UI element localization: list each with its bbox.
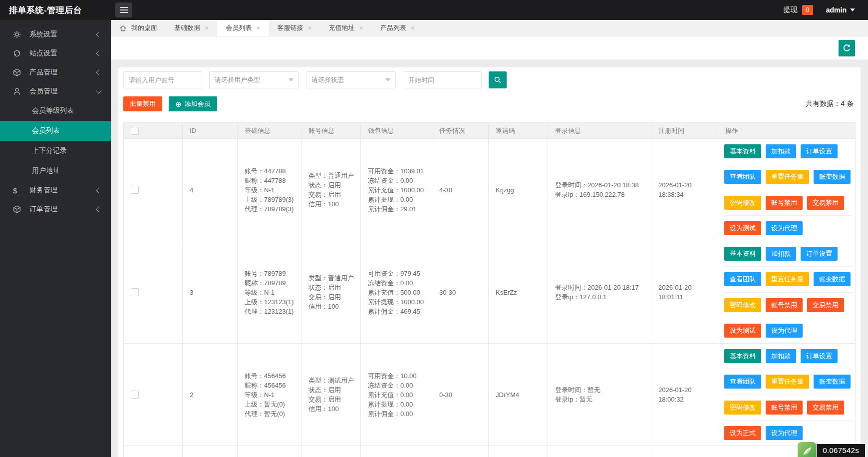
row-action-button[interactable]: 加扣款 xyxy=(766,247,796,261)
status-select[interactable]: 请选择状态 xyxy=(306,71,396,88)
table-row: 3账号：789789昵称：789789等级：N-1上级：123123(1)代理：… xyxy=(124,241,855,343)
cell-actions: 基本资料加扣款订单设置查看团队重置任务量账变数据密码修改账号禁用交易禁用设为测试… xyxy=(718,139,855,241)
cell-invite-code: Krjzgg xyxy=(489,139,548,241)
close-icon[interactable]: × xyxy=(359,24,363,31)
row-action-button[interactable]: 账号禁用 xyxy=(766,298,803,312)
row-action-button[interactable]: 基本资料 xyxy=(724,144,761,158)
cell-basic-info: 账号：447788昵称：447788等级：N-1上级：789789(3)代理：7… xyxy=(238,139,301,241)
row-action-button[interactable]: 订单设置 xyxy=(801,247,838,261)
cell-invite-code: KsErZz xyxy=(489,241,548,343)
account-search-input[interactable] xyxy=(123,71,202,88)
row-action-button[interactable]: 交易禁用 xyxy=(807,298,844,312)
row-action-button[interactable]: 账号禁用 xyxy=(766,401,803,415)
row-action-button[interactable]: 基本资料 xyxy=(724,247,761,261)
refresh-button[interactable] xyxy=(839,40,855,56)
row-action-button[interactable]: 查看团队 xyxy=(724,272,761,286)
row-action-button[interactable]: 加扣款 xyxy=(766,349,796,363)
sidebar-item[interactable]: 产品管理 xyxy=(0,63,111,82)
start-time-input[interactable] xyxy=(403,71,482,88)
username: admin xyxy=(826,6,847,14)
leaf-icon[interactable] xyxy=(798,442,816,457)
tab-label: 会员列表 xyxy=(226,23,252,32)
row-action-button[interactable]: 设为测试 xyxy=(724,324,761,338)
row-action-button[interactable]: 设为代理 xyxy=(766,426,803,440)
cell-id: 2 xyxy=(183,344,238,446)
withdraw-count-badge: 0 xyxy=(802,5,813,15)
add-member-button[interactable]: ⊕ 添加会员 xyxy=(169,96,217,111)
row-action-button[interactable]: 账变数据 xyxy=(814,272,851,286)
tab[interactable]: 我的桌面 xyxy=(111,20,166,36)
row-action-button[interactable]: 账号禁用 xyxy=(766,196,803,210)
row-action-button[interactable]: 查看团队 xyxy=(724,170,761,184)
row-action-button[interactable]: 查看团队 xyxy=(724,375,761,389)
row-action-button[interactable]: 重置任务量 xyxy=(766,272,809,286)
tab[interactable]: 客服链接× xyxy=(269,20,320,36)
sidebar-item[interactable]: 订单管理 xyxy=(0,200,111,219)
hamburger-menu-icon[interactable] xyxy=(115,2,132,17)
sidebar-item-label: 产品管理 xyxy=(29,68,57,77)
row-action-button[interactable]: 重置任务量 xyxy=(766,375,809,389)
top-header: 排单系统-管理后台 提现 0 admin xyxy=(0,0,868,20)
row-action-button[interactable]: 交易禁用 xyxy=(807,401,844,415)
row-action-button[interactable]: 交易禁用 xyxy=(807,196,844,210)
sidebar-item[interactable]: 系统设置 xyxy=(0,25,111,44)
row-action-button[interactable]: 设为代理 xyxy=(766,221,803,235)
sidebar-item-label: 会员管理 xyxy=(29,87,57,96)
row-checkbox[interactable] xyxy=(131,186,139,194)
cell-wallet-info xyxy=(361,446,432,457)
cell-actions: 基本资料加扣款订单设置查看团队重置任务量账变数据密码修改账号禁用交易禁用设为测试… xyxy=(718,241,855,343)
sidebar-subitem[interactable]: 用户地址 xyxy=(0,161,111,181)
product-icon xyxy=(13,68,22,76)
row-action-button[interactable]: 密码修改 xyxy=(724,401,761,415)
row-checkbox[interactable] xyxy=(131,288,139,296)
table-row: 4账号：447788昵称：447788等级：N-1上级：789789(3)代理：… xyxy=(124,138,855,241)
member-table: ID基础信息账号信息钱包信息任务情况邀请码登录信息注册时间操作4账号：44778… xyxy=(123,122,856,457)
close-icon[interactable]: × xyxy=(256,24,260,31)
chevron-left-icon xyxy=(96,69,101,75)
sidebar-subitem[interactable]: 上下分记录 xyxy=(0,141,111,161)
close-icon[interactable]: × xyxy=(205,24,209,31)
cell-register-time xyxy=(651,446,718,457)
table-header-row: ID基础信息账号信息钱包信息任务情况邀请码登录信息注册时间操作 xyxy=(124,123,855,138)
sidebar-subitem[interactable]: 会员列表 xyxy=(0,121,111,141)
tab[interactable]: 基础数据× xyxy=(166,20,217,36)
row-action-button[interactable]: 基本资料 xyxy=(724,349,761,363)
row-action-button[interactable]: 账变数据 xyxy=(814,375,851,389)
row-action-button[interactable]: 加扣款 xyxy=(766,144,796,158)
tab[interactable]: 充值地址× xyxy=(320,20,372,36)
batch-disable-button[interactable]: 批量禁用 xyxy=(123,96,162,111)
tab[interactable]: 产品列表× xyxy=(372,20,423,36)
row-action-button[interactable]: 订单设置 xyxy=(801,144,838,158)
cell-invite-code xyxy=(489,446,548,457)
tab[interactable]: 会员列表× xyxy=(217,20,269,36)
row-action-button[interactable]: 设为正式 xyxy=(724,426,761,440)
sidebar-item[interactable]: 站点设置 xyxy=(0,44,111,63)
row-action-button[interactable]: 密码修改 xyxy=(724,196,761,210)
chevron-down-icon xyxy=(96,88,101,93)
total-count-text: 共有数据：4 条 xyxy=(806,99,856,108)
row-action-button[interactable]: 设为代理 xyxy=(766,324,803,338)
search-button[interactable] xyxy=(489,71,507,88)
row-action-button[interactable]: 设为测试 xyxy=(724,221,761,235)
row-checkbox[interactable] xyxy=(131,391,139,399)
chevron-left-icon xyxy=(96,206,101,212)
cell-login-info: 登录时间：2026-01-20 18:38登录ip：169.150.222.78 xyxy=(548,139,651,241)
row-action-button[interactable]: 订单设置 xyxy=(801,349,838,363)
tab-bar: 我的桌面基础数据×会员列表×客服链接×充值地址×产品列表× xyxy=(111,20,868,36)
close-icon[interactable]: × xyxy=(307,24,311,31)
row-action-button[interactable]: 账变数据 xyxy=(814,170,851,184)
cell-account-info xyxy=(301,446,361,457)
user-menu[interactable]: admin xyxy=(826,6,855,14)
sidebar-item[interactable]: 会员管理 xyxy=(0,82,111,101)
sidebar-item[interactable]: $财务管理 xyxy=(0,181,111,200)
row-action-button[interactable]: 密码修改 xyxy=(724,298,761,312)
close-icon[interactable]: × xyxy=(411,24,415,31)
cell-register-time: 2026-01-20 18:01:11 xyxy=(651,241,718,343)
column-header: 钱包信息 xyxy=(361,123,432,138)
row-action-button[interactable]: 重置任务量 xyxy=(766,170,809,184)
cell-task-status xyxy=(432,446,489,457)
sidebar-subitem[interactable]: 会员等级列表 xyxy=(0,101,111,121)
select-all-checkbox[interactable] xyxy=(131,127,139,135)
user-type-select[interactable]: 请选择用户类型 xyxy=(209,71,299,88)
withdraw-menu[interactable]: 提现 0 xyxy=(784,5,813,15)
